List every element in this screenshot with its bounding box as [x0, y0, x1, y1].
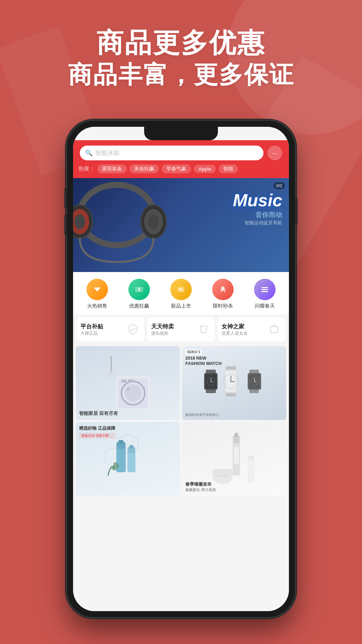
category-item-0[interactable]: 火热销售 — [86, 279, 108, 309]
skincare-badge: 满减活动 优惠不断 — [79, 433, 115, 439]
svg-point-6 — [148, 214, 159, 229]
phone-mockup: 🔍 智能冰箱 ··· 热搜： 露营装备 美妆狂飙 早春气象 Apple 智能 — [67, 121, 295, 617]
category-item-2[interactable]: 3C 新品上市 — [170, 279, 192, 309]
promo-text-0: 平台补贴 大牌正品 — [80, 323, 103, 336]
promo-icon-2 — [267, 322, 282, 337]
promo-card-1[interactable]: 天天特卖 源头低价 — [147, 317, 215, 341]
phone-screen: 🔍 智能冰箱 ··· 热搜： 露营装备 美妆狂飙 早春气象 Apple 智能 — [73, 127, 289, 611]
search-icon: 🔍 — [85, 149, 93, 157]
skincare-title: 精选好物 正品保障 — [79, 425, 115, 431]
watch-title: 2018 NEWFASHION WATCH — [185, 356, 222, 366]
category-label-1: 优惠狂飙 — [129, 303, 149, 309]
product-image-3: 春季璀璨发布 焕颜新生 弹力美肌 — [182, 422, 286, 496]
svg-point-24 — [127, 388, 129, 390]
beauty-subtitle: 焕颜新生 弹力美肌 — [185, 487, 216, 492]
svg-rect-26 — [128, 380, 133, 382]
product-card-0[interactable]: 智能家居 应有尽有 — [76, 346, 180, 420]
svg-rect-40 — [231, 381, 235, 382]
promo-title-1: 天天特卖 — [151, 323, 174, 330]
category-row: 火热销售 ¥ 优惠狂飙 3C — [73, 272, 289, 315]
chat-icon[interactable]: ··· — [267, 146, 282, 160]
power-button — [295, 198, 298, 225]
product-card-1[interactable]: SEIKO 5 2018 NEWFASHION WATCH 新锐时尚源于年轻的心 — [182, 346, 286, 420]
svg-point-3 — [74, 214, 85, 229]
promo-row: 平台补贴 大牌正品 天天特卖 源头低价 — [73, 315, 289, 344]
svg-rect-25 — [121, 380, 126, 382]
svg-rect-16 — [261, 291, 268, 292]
hero-line2: 商品丰富，更多保证 — [0, 59, 362, 91]
svg-rect-52 — [119, 440, 123, 443]
promo-title-2: 女神之家 — [222, 323, 248, 330]
search-bar-area: 🔍 智能冰箱 ··· — [73, 140, 289, 164]
seiko-label: SEIKO 5 — [185, 350, 202, 355]
promo-title-0: 平台补贴 — [80, 323, 103, 330]
product-image-1: SEIKO 5 2018 NEWFASHION WATCH 新锐时尚源于年轻的心 — [182, 346, 286, 420]
svg-rect-55 — [129, 445, 133, 448]
svg-point-23 — [125, 385, 141, 401]
hot-tag-apple[interactable]: Apple — [194, 165, 216, 173]
search-input[interactable]: 🔍 智能冰箱 — [80, 146, 263, 160]
svg-rect-14 — [261, 287, 268, 288]
chat-dots: ··· — [272, 149, 278, 157]
svg-rect-65 — [248, 455, 254, 461]
hot-search-label: 热搜： — [78, 165, 95, 172]
product-card-3[interactable]: 春季璀璨发布 焕颜新生 弹力美肌 — [182, 422, 286, 496]
svg-rect-32 — [210, 378, 211, 381]
hot-search-bar: 热搜： 露营装备 美妆狂飙 早春气象 Apple 智能 — [73, 164, 289, 178]
volume-down-button — [64, 215, 67, 235]
category-label-4: 闪耀春天 — [255, 303, 275, 309]
promo-subtitle-1: 源头低价 — [151, 330, 174, 336]
screen-content: 🔍 智能冰箱 ··· 热搜： 露营装备 美妆狂飙 早春气象 Apple 智能 — [73, 140, 289, 611]
category-icon-0 — [86, 279, 108, 300]
hot-tag-4[interactable]: 智能 — [219, 164, 238, 173]
hero-section: 商品更多优惠 商品丰富，更多保证 — [0, 27, 362, 91]
svg-rect-59 — [235, 433, 238, 437]
svg-text:3C: 3C — [179, 287, 183, 291]
svg-rect-47 — [254, 381, 256, 382]
product-grid: 智能家居 应有尽有 — [73, 344, 289, 498]
hot-tag-1[interactable]: 美妆狂飙 — [129, 164, 159, 173]
banner-music-text: Music — [233, 192, 282, 209]
category-item-1[interactable]: ¥ 优惠狂飙 — [128, 279, 150, 309]
banner[interactable]: Music 音你而动 智能运动蓝牙耳机 0/2 — [73, 178, 289, 272]
promo-card-2[interactable]: 女神之家 送爱人送女友 — [218, 317, 286, 341]
banner-subtitle1: 音你而动 — [233, 210, 282, 219]
search-placeholder: 智能冰箱 — [95, 149, 119, 157]
watch-subtitle: 新锐时尚源于年轻的心 — [185, 413, 219, 417]
promo-subtitle-0: 大牌正品 — [80, 330, 103, 336]
product-image-2: 精选好物 正品保障 满减活动 优惠不断 — [76, 422, 180, 496]
volume-up-button — [64, 188, 67, 208]
beauty-title: 春季璀璨发布 — [185, 481, 216, 487]
svg-text:¥: ¥ — [138, 287, 140, 292]
banner-indicator: 0/2 — [274, 182, 285, 189]
svg-point-17 — [201, 327, 203, 328]
promo-text-1: 天天特卖 源头低价 — [151, 323, 174, 336]
svg-rect-63 — [213, 469, 233, 476]
category-label-3: 限时秒杀 — [213, 303, 233, 309]
category-icon-2: 3C — [170, 279, 192, 300]
phone-notch — [144, 127, 218, 140]
svg-point-19 — [105, 371, 118, 378]
promo-icon-0 — [126, 322, 140, 337]
hot-tag-2[interactable]: 早春气象 — [162, 164, 191, 173]
banner-content: Music 音你而动 智能运动蓝牙耳机 — [233, 192, 282, 226]
svg-rect-39 — [231, 376, 231, 381]
promo-text-2: 女神之家 送爱人送女友 — [222, 323, 248, 336]
category-item-4[interactable]: 闪耀春天 — [254, 279, 276, 309]
svg-rect-33 — [210, 381, 213, 382]
hero-line1: 商品更多优惠 — [0, 27, 362, 59]
svg-rect-46 — [254, 378, 255, 381]
product-title-0: 智能家居 应有尽有 — [79, 411, 118, 417]
product-card-2[interactable]: 精选好物 正品保障 满减活动 优惠不断 — [76, 422, 180, 496]
product-image-0: 智能家居 应有尽有 — [76, 346, 180, 420]
svg-rect-60 — [234, 447, 239, 464]
category-item-3[interactable]: 限时秒杀 — [212, 279, 234, 309]
promo-card-0[interactable]: 平台补贴 大牌正品 — [76, 317, 144, 341]
promo-subtitle-2: 送爱人送女友 — [222, 330, 248, 336]
banner-subtitle2: 智能运动蓝牙耳机 — [233, 220, 282, 226]
headphones-image — [73, 181, 167, 269]
svg-rect-15 — [261, 289, 268, 290]
hot-tag-0[interactable]: 露营装备 — [97, 164, 127, 173]
category-label-2: 新品上市 — [171, 303, 191, 309]
category-icon-3 — [212, 279, 234, 300]
